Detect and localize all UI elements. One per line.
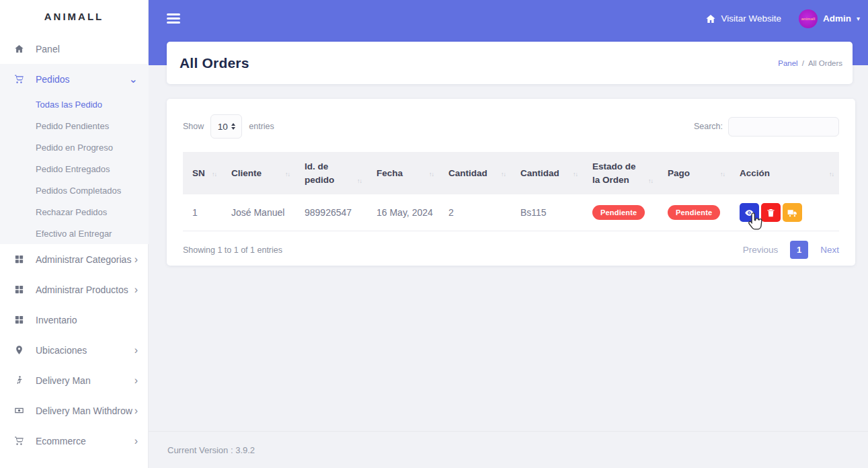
- submenu-item-pedido-en-progreso[interactable]: Pedido en Progreso: [0, 136, 149, 158]
- chevron-right-icon: ›: [134, 284, 138, 295]
- sort-icon[interactable]: ↑↓: [573, 171, 578, 180]
- page-title: All Orders: [180, 55, 249, 71]
- sort-icon[interactable]: ↑↓: [720, 171, 725, 180]
- grid-icon: [13, 315, 24, 325]
- submenu-label: Pedidos Completados: [36, 186, 121, 196]
- show-label: Show: [183, 122, 204, 131]
- sidebar-item-ecommerce[interactable]: Ecommerce ›: [0, 426, 149, 456]
- eye-icon: [744, 208, 754, 218]
- chevron-right-icon: ›: [134, 345, 138, 356]
- table-footer: Showing 1 to 1 of 1 entries Previous 1 N…: [183, 241, 839, 259]
- submenu-label: Pedido en Progreso: [36, 143, 113, 153]
- banknote-icon: [13, 405, 24, 416]
- column-header-sn[interactable]: SN↑↓: [183, 152, 222, 194]
- view-order-button[interactable]: [740, 203, 759, 222]
- sidebar: ANIMALL Panel Pedidos ⌄ Todas las Pedido…: [0, 0, 149, 468]
- visit-website-label: Visitar Website: [721, 13, 781, 24]
- sort-icon[interactable]: ↑↓: [212, 171, 216, 180]
- submenu-item-rechazar-pedidos[interactable]: Rechazar Pedidos: [0, 201, 149, 223]
- cell-pago: Pendiente: [658, 194, 730, 231]
- orders-table-card: Show 10 entries Search: SN↑↓: [167, 99, 855, 266]
- submenu-item-todas-las-pedido[interactable]: Todas las Pedido: [0, 93, 149, 115]
- column-header-accion[interactable]: Acción↑↓: [730, 152, 839, 194]
- column-header-monto[interactable]: Cantidad↑↓: [511, 152, 583, 194]
- admin-label: Admin: [823, 13, 851, 24]
- pagination: Previous 1 Next: [743, 241, 839, 259]
- sidebar-item-label: Delivery Man Withdrow: [36, 405, 132, 416]
- sidebar-item-delivery-man[interactable]: Delivery Man ›: [0, 365, 149, 395]
- sidebar-item-pedidos[interactable]: Pedidos ⌄: [0, 64, 149, 94]
- page-1-button[interactable]: 1: [790, 241, 808, 259]
- grid-icon: [13, 254, 24, 265]
- search-input[interactable]: [728, 117, 839, 136]
- delete-order-button[interactable]: [761, 203, 781, 222]
- submenu-item-pedidos-completados[interactable]: Pedidos Completados: [0, 180, 149, 201]
- column-header-order-id[interactable]: Id. de pedido↑↓: [295, 152, 367, 194]
- caret-down-icon: ▾: [857, 15, 860, 22]
- cell-sn: 1: [183, 194, 222, 231]
- assign-delivery-button[interactable]: [783, 203, 802, 222]
- submenu-item-pedido-entregados[interactable]: Pedido Entregados: [0, 158, 149, 180]
- next-page-button[interactable]: Next: [820, 245, 839, 255]
- breadcrumb-current: All Orders: [808, 59, 842, 67]
- truck-icon: [787, 208, 797, 218]
- sidebar-item-administrar-productos[interactable]: Administrar Productos ›: [0, 274, 149, 305]
- cell-fecha: 16 May, 2024: [367, 194, 439, 231]
- submenu-item-efectivo-al-entregar[interactable]: Efectivo al Entregar: [0, 223, 149, 244]
- table-header-row: SN↑↓ Cliente↑↓ Id. de pedido↑↓ Fecha↑↓ C…: [183, 152, 839, 194]
- sidebar-item-ubicaciones[interactable]: Ubicaciones ›: [0, 335, 149, 365]
- column-header-fecha[interactable]: Fecha↑↓: [367, 152, 439, 194]
- page-size-select[interactable]: 10: [210, 114, 242, 139]
- admin-menu[interactable]: animall Admin ▾: [799, 9, 860, 28]
- sort-icon[interactable]: ↑↓: [648, 178, 653, 186]
- submenu-label: Pedido Entregados: [36, 164, 110, 174]
- chevron-right-icon: ›: [134, 254, 138, 265]
- submenu-label: Todas las Pedido: [36, 100, 102, 110]
- sort-icon[interactable]: ↑↓: [429, 171, 434, 180]
- breadcrumb-panel-link[interactable]: Panel: [778, 59, 797, 67]
- cell-monto: Bs115: [511, 194, 583, 231]
- chevron-right-icon: ›: [134, 375, 138, 386]
- cell-estado: Pendiente: [583, 194, 658, 231]
- cell-accion: [730, 194, 839, 231]
- walking-man-icon: [13, 375, 24, 386]
- brand-logo: ANIMALL: [0, 0, 148, 32]
- sort-icon[interactable]: ↑↓: [829, 171, 834, 180]
- sidebar-item-label: Ubicaciones: [36, 345, 87, 356]
- cart-icon: [13, 436, 24, 446]
- sidebar-item-delivery-man-withdrow[interactable]: Delivery Man Withdrow ›: [0, 395, 149, 426]
- page-size-value: 10: [218, 122, 228, 132]
- column-header-cliente[interactable]: Cliente↑↓: [222, 152, 295, 194]
- column-header-estado[interactable]: Estado de la Orden↑↓: [583, 152, 658, 194]
- cell-cantidad: 2: [439, 194, 511, 231]
- sidebar-item-label: Delivery Man: [36, 375, 91, 386]
- chevron-right-icon: ›: [134, 436, 138, 446]
- avatar: animall: [799, 9, 818, 28]
- sort-icon[interactable]: ↑↓: [357, 178, 362, 186]
- previous-page-button[interactable]: Previous: [743, 245, 779, 255]
- sidebar-item-administrar-categorias[interactable]: Administrar Categorias ›: [0, 244, 149, 274]
- sidebar-item-inventario[interactable]: Inventario: [0, 305, 149, 335]
- visit-website-link[interactable]: Visitar Website: [705, 13, 781, 24]
- sidebar-item-label: Pedidos: [36, 74, 70, 85]
- column-header-pago[interactable]: Pago↑↓: [658, 152, 730, 194]
- entries-info: Showing 1 to 1 of 1 entries: [183, 245, 282, 255]
- sort-icon[interactable]: ↑↓: [501, 171, 506, 180]
- row-actions: [740, 203, 834, 222]
- order-status-badge: Pendiente: [592, 205, 645, 220]
- breadcrumb-separator: /: [802, 59, 804, 67]
- admin-dashboard: ANIMALL Panel Pedidos ⌄ Todas las Pedido…: [0, 0, 868, 468]
- submenu-item-pedido-pendientes[interactable]: Pedido Pendientes: [0, 115, 149, 136]
- entries-label: entries: [249, 122, 274, 131]
- hamburger-menu-button[interactable]: [167, 11, 180, 26]
- column-header-cantidad[interactable]: Cantidad↑↓: [439, 152, 511, 194]
- chevron-down-icon[interactable]: ⌄: [129, 74, 138, 85]
- orders-table: SN↑↓ Cliente↑↓ Id. de pedido↑↓ Fecha↑↓ C…: [183, 152, 839, 231]
- payment-status-badge: Pendiente: [668, 205, 720, 220]
- sort-icon[interactable]: ↑↓: [285, 171, 290, 180]
- submenu-label: Pedido Pendientes: [36, 121, 109, 131]
- sidebar-item-label: Panel: [36, 44, 60, 54]
- sidebar-item-panel[interactable]: Panel: [0, 34, 149, 64]
- table-controls: Show 10 entries Search:: [183, 114, 839, 139]
- sidebar-item-label: Inventario: [36, 315, 77, 325]
